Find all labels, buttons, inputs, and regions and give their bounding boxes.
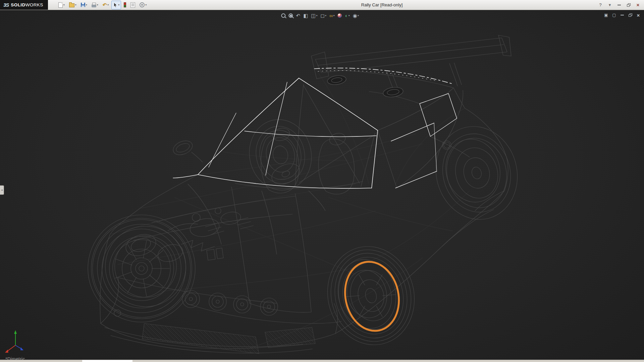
panel-toggle-right-button[interactable]: ▢	[611, 12, 617, 18]
status-bar	[0, 360, 644, 362]
rally-car-wireframe-model[interactable]	[0, 10, 644, 360]
hide-show-items-dropdown[interactable]: ▾	[333, 14, 335, 17]
document-minimize-icon	[621, 15, 624, 15]
document-restore-icon	[629, 13, 632, 17]
file-properties-button[interactable]	[129, 1, 137, 9]
view-settings-button[interactable]: ◉ ▾	[352, 12, 360, 19]
open-folder-icon	[69, 3, 74, 7]
apply-scene-button[interactable]: ◐ ▾	[344, 12, 351, 19]
undo-dropdown[interactable]: ▾	[107, 4, 109, 6]
gear-icon	[140, 2, 145, 7]
new-document-button[interactable]: ▾	[57, 1, 66, 9]
section-view-button[interactable]: ◧	[302, 12, 309, 19]
minimize-icon	[618, 5, 621, 5]
view-orientation-button[interactable]: ◫ ▾	[310, 12, 318, 19]
panel-toggle-left-button[interactable]: ▣	[603, 12, 609, 18]
edit-appearance-icon	[338, 13, 342, 18]
document-window-controls: ▣ ▢ ×	[603, 12, 641, 18]
view-orientation-icon: ◫	[311, 13, 316, 18]
solidworks-wordmark: SOLIDWORKS	[11, 2, 43, 7]
open-button[interactable]: ▾	[67, 1, 78, 9]
document-minimize-button[interactable]	[619, 12, 625, 18]
save-icon	[81, 3, 85, 7]
zoom-to-fit-icon	[281, 13, 286, 18]
apply-scene-dropdown[interactable]: ▾	[348, 14, 350, 17]
status-bar-segment	[82, 360, 132, 362]
view-orientation-dropdown[interactable]: ▾	[316, 14, 318, 17]
help-dropdown[interactable]: ▾	[606, 1, 614, 9]
options-dropdown[interactable]: ▾	[145, 4, 147, 6]
display-style-button[interactable]: ◻ ▾	[320, 12, 327, 19]
new-document-dropdown[interactable]: ▾	[63, 4, 65, 6]
main-toolbar: ▾ ▾ ▾ ▾ ↶ ▾ ▾	[57, 1, 149, 9]
minimize-button[interactable]	[615, 1, 623, 9]
highlighted-edges	[173, 68, 457, 188]
zoom-to-area-icon	[289, 13, 293, 18]
window-controls: ? ▾ ×	[596, 1, 644, 9]
featuremanager-collapsed-tab[interactable]: ◂	[0, 185, 4, 195]
restore-button[interactable]	[625, 1, 633, 9]
close-button[interactable]: ×	[634, 1, 642, 9]
print-icon	[92, 4, 96, 7]
section-view-icon: ◧	[303, 13, 308, 18]
rebuild-button[interactable]	[122, 1, 128, 9]
document-restore-button[interactable]	[627, 12, 633, 18]
undo-button[interactable]: ↶ ▾	[101, 1, 111, 9]
edit-appearance-button[interactable]	[337, 13, 343, 18]
print-button[interactable]: ▾	[90, 1, 100, 9]
view-settings-icon: ◉	[353, 13, 357, 18]
zoom-to-area-button[interactable]	[288, 13, 294, 18]
options-button[interactable]: ▾	[138, 1, 148, 9]
hide-show-items-button[interactable]: ∞ ▾	[328, 12, 336, 19]
previous-view-icon: ↶	[296, 13, 301, 18]
save-dropdown[interactable]: ▾	[86, 4, 87, 6]
help-button[interactable]: ?	[596, 1, 604, 9]
car-body-wireframe	[88, 35, 528, 355]
zoom-to-fit-button[interactable]	[280, 13, 287, 18]
view-settings-dropdown[interactable]: ▾	[358, 14, 359, 17]
previous-view-button[interactable]: ↶	[295, 12, 302, 19]
display-style-dropdown[interactable]: ▾	[325, 14, 326, 17]
save-button[interactable]: ▾	[79, 1, 89, 9]
titlebar: 3S SOLIDWORKS ▾ ▾ ▾ ▾ ↶ ▾ ▾	[0, 0, 644, 10]
select-button[interactable]: ▾	[111, 1, 121, 9]
open-dropdown[interactable]: ▾	[75, 4, 76, 6]
wheels-wireframe	[93, 122, 519, 346]
hide-show-items-icon: ∞	[329, 13, 333, 18]
restore-icon	[627, 3, 631, 7]
file-properties-icon	[130, 2, 135, 8]
new-document-icon	[58, 2, 63, 8]
3ds-logo-icon: 3S	[3, 2, 9, 8]
undo-icon: ↶	[103, 2, 107, 7]
display-style-icon: ◻	[321, 13, 325, 18]
heads-up-toolbar: ↶ ◧ ◫ ▾ ◻ ▾ ∞ ▾ ◐ ▾ ◉ ▾	[280, 12, 360, 19]
document-title: Rally Car [Read-only]	[361, 0, 403, 10]
document-close-button[interactable]: ×	[635, 12, 641, 18]
solidworks-logo: 3S SOLIDWORKS	[0, 0, 48, 10]
select-cursor-icon	[113, 2, 117, 8]
print-dropdown[interactable]: ▾	[97, 4, 98, 6]
apply-scene-icon: ◐	[345, 13, 348, 18]
select-dropdown[interactable]: ▾	[118, 4, 119, 6]
graphics-viewport[interactable]: ↶ ◧ ◫ ▾ ◻ ▾ ∞ ▾ ◐ ▾ ◉ ▾ ▣ ▢	[0, 10, 644, 360]
rebuild-icon	[124, 2, 126, 7]
orientation-triad[interactable]	[2, 328, 32, 358]
